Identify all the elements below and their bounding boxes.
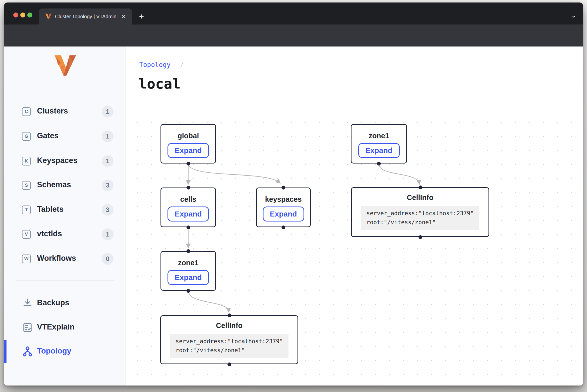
sidebar-item-label: vtctlds	[37, 229, 62, 238]
sidebar-item-label: VTExplain	[37, 322, 74, 332]
node-zone1-lower: zone1 Expand	[160, 251, 216, 291]
zoom-window-button[interactable]	[27, 12, 32, 18]
sidebar-item-label: Tablets	[37, 205, 64, 214]
node-zone1-top: zone1 Expand	[351, 124, 407, 164]
gates-letter-icon: G	[22, 132, 31, 141]
code-line: root:"/vitess/zone1"	[366, 218, 474, 227]
sidebar-item-label: Keyspaces	[37, 156, 78, 165]
expand-button[interactable]: Expand	[168, 143, 209, 158]
new-tab-button[interactable]: +	[136, 11, 147, 22]
count-badge: 1	[102, 130, 114, 142]
sidebar-item-gates[interactable]: G Gates 1	[4, 128, 126, 145]
schemas-letter-icon: S	[22, 181, 31, 190]
code-line: server_address:"localhost:2379"	[176, 337, 283, 346]
sidebar-item-vtctlds[interactable]: V vtctlds 1	[4, 226, 126, 243]
count-badge: 3	[102, 180, 114, 191]
topology-page: Topology / local	[126, 46, 583, 386]
browser-window: Cluster Topology | VTAdmin ✕ + ⌄ localho	[4, 2, 583, 386]
node-global: global Expand	[160, 124, 216, 164]
desktop: Cluster Topology | VTAdmin ✕ + ⌄ localho	[0, 0, 587, 392]
count-badge: 0	[102, 253, 114, 265]
handle-cellinfo-right-top[interactable]	[418, 186, 422, 189]
handle-cellinfo-bottom-bottom[interactable]	[228, 362, 231, 366]
handle-zone1-top-bottom[interactable]	[377, 162, 381, 166]
code-line: root:"/vitess/zone1"	[176, 346, 283, 355]
handle-cellinfo-right-bottom[interactable]	[418, 235, 422, 239]
browser-tab[interactable]: Cluster Topology | VTAdmin ✕	[39, 8, 132, 24]
sidebar: C Clusters 1 G Gates 1 K Keyspaces 1 S S…	[4, 46, 126, 386]
node-cellinfo-right: CellInfo server_address:"localhost:2379"…	[351, 187, 489, 237]
cellinfo-code: server_address:"localhost:2379" root:"/v…	[170, 334, 288, 358]
node-cells: cells Expand	[160, 188, 216, 227]
node-title: cells	[180, 195, 196, 204]
handle-cellinfo-bottom-top[interactable]	[228, 314, 231, 317]
count-badge: 1	[102, 106, 114, 118]
node-cellinfo-bottom: CellInfo server_address:"localhost:2379"…	[160, 315, 298, 364]
handle-zone1-lower-top[interactable]	[186, 249, 190, 253]
node-title: zone1	[178, 259, 198, 267]
browser-toolbar: localhost:14201/topology/local Incognito…	[4, 24, 583, 46]
node-title: keyspaces	[265, 195, 302, 204]
document-check-icon	[22, 322, 33, 333]
sidebar-item-label: Topology	[37, 346, 71, 356]
handle-keyspaces-bottom[interactable]	[282, 226, 285, 229]
handle-global-bottom[interactable]	[186, 162, 190, 166]
workflows-letter-icon: W	[22, 254, 31, 263]
handle-cells-top[interactable]	[186, 186, 190, 190]
sidebar-item-clusters[interactable]: C Clusters 1	[4, 103, 126, 120]
sidebar-item-label: Workflows	[37, 254, 76, 263]
sidebar-item-tablets[interactable]: T Tablets 3	[4, 201, 126, 218]
count-badge: 1	[102, 228, 114, 240]
count-badge: 1	[102, 155, 114, 167]
expand-button[interactable]: Expand	[263, 206, 304, 222]
sidebar-item-label: Clusters	[37, 106, 68, 116]
sidebar-item-vtexplain[interactable]: VTExplain	[4, 318, 126, 336]
clusters-letter-icon: C	[22, 107, 31, 116]
node-title: CellInfo	[216, 322, 242, 330]
vtctlds-letter-icon: V	[22, 230, 31, 239]
expand-button[interactable]: Expand	[168, 206, 209, 222]
sidebar-item-label: Schemas	[37, 180, 71, 189]
vitess-logo	[54, 55, 76, 76]
tab-search-chevron-icon[interactable]: ⌄	[571, 12, 576, 19]
sidebar-item-backups[interactable]: Backups	[4, 294, 126, 312]
handle-zone1-lower-bottom[interactable]	[186, 289, 190, 293]
tablets-letter-icon: T	[22, 206, 31, 214]
close-tab-icon[interactable]: ✕	[120, 13, 127, 20]
cellinfo-code: server_address:"localhost:2379" root:"/v…	[361, 206, 479, 230]
count-badge: 3	[102, 204, 114, 216]
tab-strip: Cluster Topology | VTAdmin ✕ + ⌄	[4, 2, 583, 24]
node-title: global	[178, 132, 199, 140]
node-title: zone1	[368, 132, 389, 140]
sidebar-item-label: Backups	[37, 298, 69, 307]
close-window-button[interactable]	[13, 12, 18, 18]
vtadmin-app: C Clusters 1 G Gates 1 K Keyspaces 1 S S…	[4, 46, 583, 386]
sidebar-item-topology[interactable]: Topology	[4, 342, 126, 360]
sidebar-divider	[16, 280, 114, 281]
active-nav-indicator	[4, 340, 6, 363]
node-keyspaces: keyspaces Expand	[256, 188, 311, 227]
code-line: server_address:"localhost:2379"	[366, 209, 474, 218]
expand-button[interactable]: Expand	[358, 143, 400, 158]
download-icon	[22, 298, 33, 309]
handle-keyspaces-top[interactable]	[282, 186, 285, 190]
node-title: CellInfo	[407, 194, 433, 202]
sidebar-item-schemas[interactable]: S Schemas 3	[4, 177, 126, 194]
topology-icon	[22, 346, 33, 357]
minimize-window-button[interactable]	[20, 12, 25, 18]
sidebar-item-workflows[interactable]: W Workflows 0	[4, 250, 126, 267]
expand-button[interactable]: Expand	[168, 270, 209, 285]
keyspaces-letter-icon: K	[22, 157, 31, 166]
handle-cells-bottom[interactable]	[186, 226, 190, 229]
sidebar-item-keyspaces[interactable]: K Keyspaces 1	[4, 152, 126, 170]
sidebar-item-label: Gates	[37, 131, 58, 140]
vitess-favicon	[46, 14, 52, 20]
tab-title: Cluster Topology | VTAdmin	[55, 14, 116, 20]
